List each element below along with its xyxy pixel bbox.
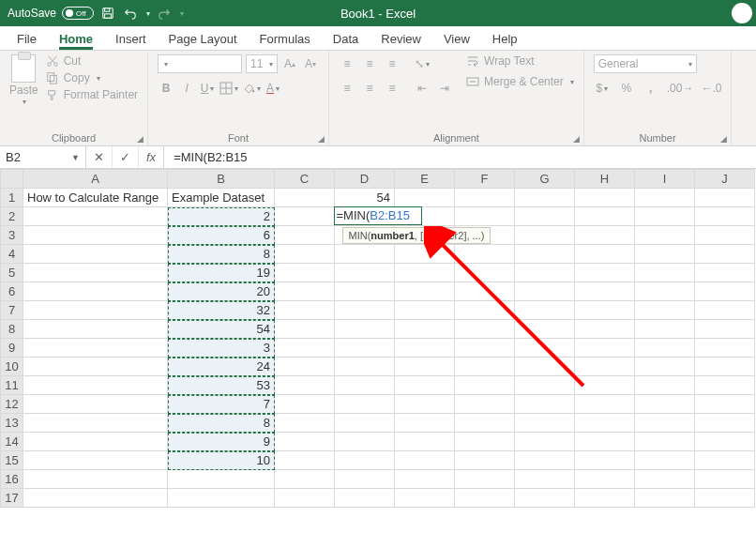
cell[interactable]: [695, 245, 755, 264]
row-header[interactable]: 16: [1, 470, 23, 489]
align-left-icon[interactable]: ≡: [339, 79, 355, 98]
fx-icon[interactable]: fx: [139, 146, 164, 168]
cell[interactable]: [395, 189, 455, 207]
cell[interactable]: [275, 320, 335, 339]
cell[interactable]: Example Dataset: [168, 189, 275, 207]
row-header[interactable]: 9: [1, 339, 23, 358]
cell[interactable]: 53: [168, 376, 275, 395]
cell[interactable]: [695, 358, 755, 376]
cell[interactable]: [455, 470, 515, 489]
cell[interactable]: [695, 264, 755, 282]
column-header[interactable]: B: [168, 170, 275, 189]
cell[interactable]: [515, 339, 575, 358]
cell[interactable]: [455, 376, 515, 395]
cell[interactable]: [455, 339, 515, 358]
align-top-icon[interactable]: ≡: [339, 54, 355, 73]
cell[interactable]: [575, 395, 635, 414]
cell[interactable]: [515, 282, 575, 301]
tab-view[interactable]: View: [444, 32, 470, 50]
cell[interactable]: [695, 470, 755, 489]
cell[interactable]: [635, 451, 695, 470]
align-right-icon[interactable]: ≡: [384, 79, 401, 98]
copy-button[interactable]: Copy ▾: [46, 71, 138, 84]
cell[interactable]: [575, 376, 635, 395]
cell[interactable]: [515, 376, 575, 395]
align-center-icon[interactable]: ≡: [361, 79, 378, 98]
wrap-text-button[interactable]: Wrap Text: [466, 54, 574, 68]
italic-button[interactable]: I: [178, 79, 195, 98]
cell[interactable]: [275, 245, 335, 264]
undo-dropdown-icon[interactable]: ▾: [146, 9, 150, 18]
row-header[interactable]: 13: [1, 414, 23, 433]
cell[interactable]: [515, 207, 575, 226]
cell[interactable]: [515, 433, 575, 451]
cell[interactable]: [575, 489, 635, 508]
increase-indent-icon[interactable]: ⇥: [436, 79, 453, 98]
cell[interactable]: [455, 395, 515, 414]
tab-help[interactable]: Help: [492, 32, 518, 50]
cell[interactable]: [575, 226, 635, 245]
cell[interactable]: [455, 245, 515, 264]
cell[interactable]: [335, 339, 395, 358]
font-name-combo[interactable]: ▾: [158, 54, 242, 73]
cell[interactable]: [335, 451, 395, 470]
align-middle-icon[interactable]: ≡: [361, 54, 378, 73]
cell[interactable]: [635, 301, 695, 320]
cell[interactable]: [455, 358, 515, 376]
cell[interactable]: [515, 189, 575, 207]
cell[interactable]: [515, 245, 575, 264]
cell[interactable]: [575, 264, 635, 282]
cell[interactable]: [635, 282, 695, 301]
cell[interactable]: [395, 395, 455, 414]
row-header[interactable]: 6: [1, 282, 23, 301]
cell[interactable]: [635, 339, 695, 358]
cell[interactable]: [455, 320, 515, 339]
cell[interactable]: [635, 320, 695, 339]
decrease-decimal-icon[interactable]: ←.0: [701, 79, 721, 98]
column-header[interactable]: H: [575, 170, 635, 189]
cell[interactable]: 32: [168, 301, 275, 320]
cell[interactable]: [575, 433, 635, 451]
row-header[interactable]: 10: [1, 358, 23, 376]
cell[interactable]: [515, 264, 575, 282]
cell[interactable]: [335, 358, 395, 376]
cell[interactable]: [455, 451, 515, 470]
clipboard-launcher-icon[interactable]: ◢: [137, 134, 144, 144]
cell[interactable]: [275, 189, 335, 207]
cell[interactable]: [275, 433, 335, 451]
autosave-toggle[interactable]: Off: [62, 7, 94, 20]
bold-button[interactable]: B: [158, 79, 174, 98]
cell[interactable]: 9: [168, 433, 275, 451]
cell[interactable]: [695, 301, 755, 320]
cell[interactable]: [635, 414, 695, 433]
cell[interactable]: [335, 376, 395, 395]
cell[interactable]: 20: [168, 282, 275, 301]
redo-dropdown-icon[interactable]: ▾: [180, 9, 184, 18]
cell[interactable]: [635, 264, 695, 282]
account-avatar[interactable]: [732, 3, 752, 23]
cell[interactable]: [455, 301, 515, 320]
cell[interactable]: [335, 395, 395, 414]
cell[interactable]: [515, 395, 575, 414]
cell[interactable]: [635, 395, 695, 414]
cell[interactable]: [575, 470, 635, 489]
cell[interactable]: [575, 339, 635, 358]
row-header[interactable]: 7: [1, 301, 23, 320]
cell[interactable]: [515, 320, 575, 339]
cell[interactable]: [23, 414, 168, 433]
cell[interactable]: [23, 489, 168, 508]
row-header[interactable]: 2: [1, 207, 23, 226]
cell[interactable]: [275, 264, 335, 282]
cell[interactable]: [23, 376, 168, 395]
cell[interactable]: [168, 470, 275, 489]
worksheet-grid[interactable]: ABCDEFGHIJ1How to Calculate RangeExample…: [0, 169, 756, 508]
cell[interactable]: 54: [335, 189, 395, 207]
borders-button[interactable]: ▾: [219, 79, 238, 98]
decrease-font-icon[interactable]: A▾: [302, 54, 319, 73]
cell[interactable]: [515, 489, 575, 508]
cut-button[interactable]: Cut: [46, 54, 138, 68]
cell[interactable]: [395, 376, 455, 395]
alignment-launcher-icon[interactable]: ◢: [573, 134, 580, 144]
cell[interactable]: [275, 207, 335, 226]
cell[interactable]: [23, 245, 168, 264]
